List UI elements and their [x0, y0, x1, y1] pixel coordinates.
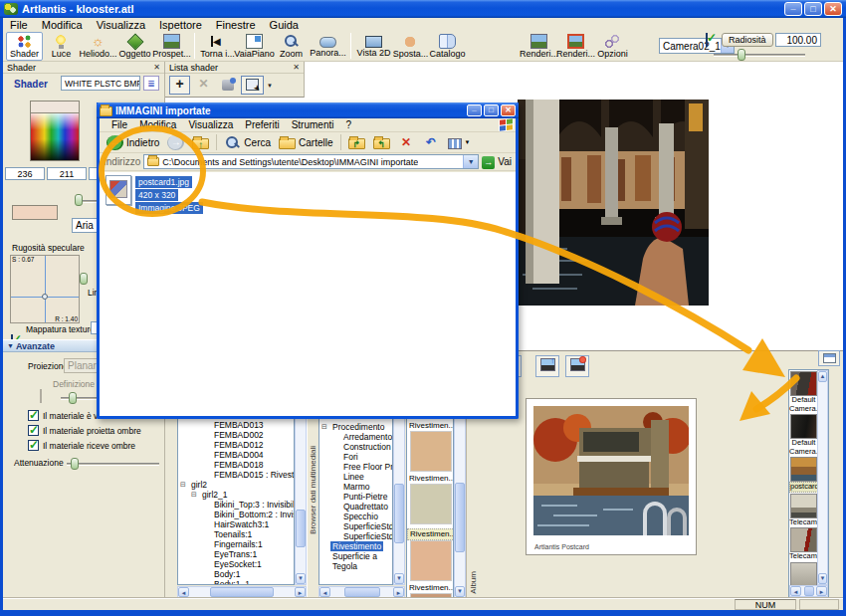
attenuation-slider-track[interactable]	[67, 463, 159, 466]
material-check-row[interactable]: Il materiale riceve ombre	[28, 438, 141, 453]
checkbox[interactable]	[28, 410, 39, 421]
menu-item[interactable]: Strumenti	[286, 119, 340, 130]
toolbar-button[interactable]: Oggetto	[116, 32, 153, 61]
tree-row[interactable]: Body:1	[178, 569, 294, 579]
toolbar-button[interactable]: Heliodo...	[80, 32, 116, 61]
camera-thumbnail[interactable]	[790, 414, 817, 439]
menu-item[interactable]: Preferiti	[239, 119, 285, 130]
radiosity-button[interactable]: Radiosità	[722, 33, 773, 47]
tree-expander-icon[interactable]: ⊟	[191, 490, 200, 500]
checkbox[interactable]	[28, 425, 39, 436]
procedure-row[interactable]: Fori	[319, 452, 392, 462]
scroll-down-icon[interactable]: ▼	[818, 573, 827, 584]
add-image-button[interactable]	[535, 355, 559, 377]
rgb-value-field[interactable]: 211	[47, 167, 87, 180]
scroll-thumb[interactable]	[804, 586, 814, 596]
radiosity-slider-thumb[interactable]	[738, 49, 745, 61]
toolbar-button[interactable]: Prospet...	[153, 32, 190, 61]
tree-expander-icon[interactable]: ⊟	[321, 422, 330, 432]
material-check-row[interactable]: Il materiale proietta ombre	[28, 423, 141, 438]
sidebar-horizontal-scrollbar[interactable]: ◄ ►	[789, 585, 828, 597]
file-item[interactable]: postcard1.jpg 420 x 320 Immagine JPEG	[106, 175, 203, 214]
camera-thumbnail[interactable]	[790, 527, 817, 552]
procedure-row[interactable]: SuperficieStd1	[319, 521, 392, 531]
menu-item[interactable]: File	[3, 19, 35, 31]
tree-row[interactable]: EyeSocket:1	[178, 559, 294, 569]
scroll-thumb[interactable]	[394, 484, 404, 543]
scroll-left-icon[interactable]: ◄	[178, 587, 189, 597]
toolbar-button[interactable]: Opzioni	[594, 32, 631, 61]
camera-thumbnail[interactable]	[790, 562, 817, 586]
texture-cell[interactable]: Rivestimen...	[407, 583, 453, 598]
chevron-down-icon[interactable]: ▼	[463, 155, 478, 168]
shader-select[interactable]: WHITE PLSTC BMP▼	[61, 76, 140, 91]
toolbar-button[interactable]: VaiaPiano	[236, 32, 273, 61]
panel-toggle-button[interactable]	[818, 350, 840, 366]
remove-image-button[interactable]	[565, 355, 589, 377]
texture-swatch[interactable]	[410, 431, 452, 472]
tree-row[interactable]: Toenails:1	[178, 529, 294, 539]
procedure-row[interactable]: Construction Mate	[319, 442, 392, 452]
menu-item[interactable]: Finestre	[209, 19, 263, 31]
menu-item[interactable]: Visualizza	[182, 119, 239, 130]
album-card[interactable]: Artlantis Postcard	[526, 398, 697, 555]
menu-item[interactable]: Guida	[263, 19, 306, 31]
menu-item[interactable]: Modifica	[133, 119, 182, 130]
explorer-window[interactable]: IMMAGINI importate FileModificaVisualizz…	[97, 103, 519, 419]
explorer-content[interactable]: postcard1.jpg 420 x 320 Immagine JPEG	[100, 172, 516, 416]
scroll-up-icon[interactable]: ▲	[818, 371, 827, 382]
tree-row[interactable]: FEMBAD015 : Rivestimento004	[178, 470, 294, 480]
tree-row[interactable]: FEMBAD018	[178, 460, 294, 470]
thumbnail-cell[interactable]: Telecame...	[789, 494, 818, 527]
views-button[interactable]: ▼	[445, 135, 474, 150]
close-button[interactable]	[501, 104, 516, 116]
sidebar-vertical-scrollbar[interactable]: ▲ ▼	[817, 370, 828, 585]
go-icon[interactable]	[482, 156, 495, 169]
attenuation-slider-thumb[interactable]	[71, 458, 79, 470]
camera-thumbnail[interactable]	[790, 494, 817, 518]
tree-row[interactable]: ⊟ girl2_1	[178, 490, 294, 500]
radiosity-checkbox[interactable]	[706, 33, 708, 47]
thumbnail-cell[interactable]: postcard1	[789, 457, 818, 493]
shader-list-button[interactable]: ≣	[143, 76, 159, 91]
mini-slider-thumb[interactable]	[75, 194, 83, 206]
move-to-button[interactable]	[345, 135, 368, 150]
menu-item[interactable]: Visualizza	[90, 19, 152, 31]
scroll-down-icon[interactable]: ▼	[394, 573, 404, 584]
base-color-swatch[interactable]	[30, 101, 80, 113]
scroll-right-icon[interactable]: ►	[295, 587, 306, 597]
procedure-row[interactable]: Arredamento	[319, 432, 392, 442]
scroll-left-icon[interactable]: ◄	[790, 586, 801, 596]
toolbar-button[interactable]: Vista 2D	[355, 32, 392, 61]
tree-row[interactable]: FEMBAD004	[178, 450, 294, 460]
procedure-row[interactable]: Free Floor Pro sha	[319, 462, 392, 472]
scroll-right-icon[interactable]: ►	[393, 587, 404, 597]
title-bar[interactable]: Artlantis - klooster.atl	[0, 0, 846, 18]
toolbar-button[interactable]: Panora...	[310, 32, 346, 61]
minimize-button[interactable]	[467, 104, 482, 116]
jpeg-file-icon[interactable]	[106, 175, 131, 205]
copy-to-button[interactable]	[370, 135, 393, 150]
procedure-row[interactable]: Marmo	[319, 482, 392, 492]
tree-row[interactable]: Fingernails:1	[178, 539, 294, 549]
close-button[interactable]	[824, 2, 842, 16]
toolbar-button[interactable]: Shader	[6, 32, 43, 61]
checkbox[interactable]	[28, 440, 39, 451]
color-picker-gradient[interactable]	[30, 113, 80, 161]
tree-row[interactable]: Bikini_Bottom:2 : Invisibile	[178, 510, 294, 519]
procedure-row[interactable]: Tegola	[319, 561, 392, 571]
maximize-button[interactable]	[804, 2, 822, 16]
search-button[interactable]: Cerca	[221, 134, 274, 151]
add-shader-button[interactable]	[169, 76, 190, 95]
rgb-value-field[interactable]: 236	[5, 167, 45, 180]
toolbar-button[interactable]: Catalogo	[429, 32, 466, 61]
diffuse-color-swatch[interactable]	[12, 205, 58, 220]
undo-button[interactable]	[420, 134, 443, 151]
folders-button[interactable]: Cartelle	[276, 135, 335, 150]
tree-row[interactable]: FEMBAD013	[178, 420, 294, 430]
minimize-button[interactable]	[784, 2, 802, 16]
tree-row[interactable]: FEMBAD002	[178, 430, 294, 440]
forward-button[interactable]	[164, 134, 187, 151]
chevron-down-icon[interactable]: ▼	[267, 83, 273, 89]
tree-row[interactable]: HairSwatch3:1	[178, 519, 294, 529]
